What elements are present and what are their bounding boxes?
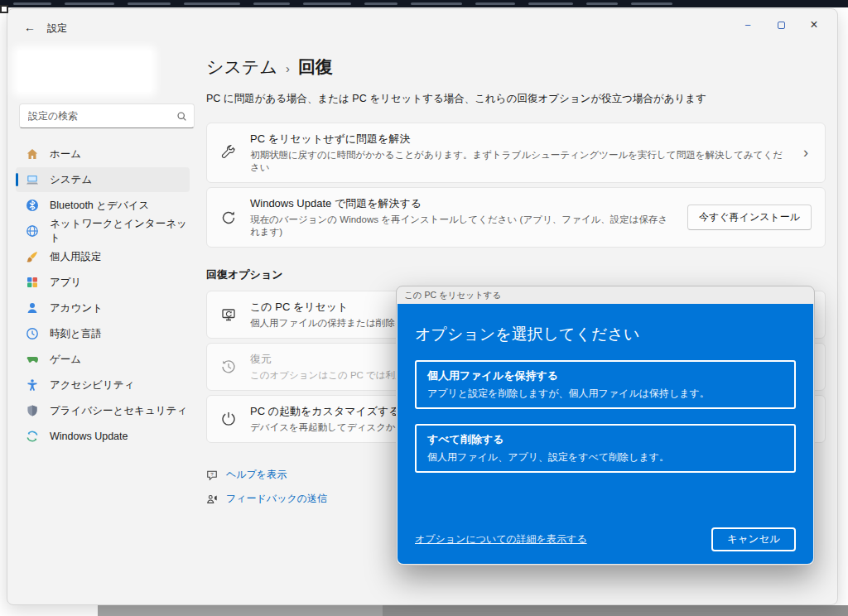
- game-controller-icon: [26, 353, 39, 366]
- top-strip-smudge: [528, 2, 573, 5]
- sidebar-item-label: ゲーム: [50, 353, 81, 367]
- windows-update-icon: [26, 430, 39, 443]
- svg-text:?: ?: [210, 471, 214, 477]
- dialog-footer: オプションについての詳細を表示する キャンセル: [415, 527, 796, 551]
- app-title: 設定: [47, 22, 67, 36]
- option-subtitle: 個人用ファイル、アプリ、設定をすべて削除します。: [427, 450, 783, 464]
- breadcrumb-separator: ›: [286, 61, 290, 75]
- sidebar-item-network-internet[interactable]: ネットワークとインターネット: [16, 219, 190, 243]
- sidebar-item-label: プライバシーとセキュリティ: [50, 404, 187, 418]
- sidebar-item-privacy-security[interactable]: プライバシーとセキュリティ: [16, 398, 190, 423]
- top-cards: PC をリセットせずに問題を解決 初期状態に戻すのに時間がかかることがあります。…: [206, 123, 826, 248]
- card-fix-without-reset[interactable]: PC をリセットせずに問題を解決 初期状態に戻すのに時間がかかることがあります。…: [206, 123, 826, 183]
- sidebar-nav: ホーム システム Bluetooth とデバイス ネットワークとインターネット: [16, 142, 205, 449]
- top-strip-smudge: [253, 2, 290, 5]
- sidebar-item-time-language[interactable]: 時刻と言語: [16, 321, 190, 346]
- sidebar-item-windows-update[interactable]: Windows Update: [16, 424, 190, 449]
- sidebar-item-gaming[interactable]: ゲーム: [16, 347, 190, 372]
- sidebar-item-bluetooth-devices[interactable]: Bluetooth とデバイス: [16, 193, 190, 218]
- dialog-titlebar: この PC をリセットする: [397, 286, 814, 304]
- breadcrumb-system[interactable]: システム: [206, 55, 277, 79]
- search-input[interactable]: [20, 104, 169, 128]
- system-icon: [26, 173, 39, 186]
- link-label: ヘルプを表示: [226, 468, 287, 482]
- sidebar-item-label: アクセシビリティ: [50, 378, 134, 392]
- option-remove-everything[interactable]: すべて削除する 個人用ファイル、アプリ、設定をすべて削除します。: [415, 424, 796, 473]
- card-fix-with-windows-update: Windows Update で問題を解決する 現在のバージョンの Window…: [206, 187, 826, 248]
- card-subtitle: 現在のバージョンの Windows を再インストールしてください (アプリ、ファ…: [250, 214, 674, 238]
- sidebar-item-accounts[interactable]: アカウント: [16, 296, 190, 320]
- help-icon: ?: [206, 469, 218, 481]
- sidebar-item-label: ホーム: [50, 147, 81, 161]
- reset-pc-icon: [220, 306, 237, 323]
- settings-search: [19, 103, 195, 128]
- network-globe-icon: [26, 224, 39, 238]
- close-button[interactable]: ×: [797, 13, 831, 36]
- section-header-recovery-options: 回復オプション: [206, 267, 832, 282]
- maximize-button[interactable]: [764, 13, 797, 36]
- wrench-icon: [220, 145, 237, 161]
- apps-grid-icon: [26, 276, 39, 289]
- sidebar-item-apps[interactable]: アプリ: [16, 270, 190, 295]
- clock-icon: [26, 327, 39, 340]
- maximize-icon: [778, 22, 785, 29]
- top-strip-smudge: [65, 2, 114, 5]
- sidebar-item-label: Bluetooth とデバイス: [50, 199, 149, 213]
- top-strip-smudge: [631, 2, 672, 5]
- page-title: 回復: [298, 55, 333, 79]
- card-title: PC をリセットせずに問題を解決: [250, 132, 790, 147]
- sidebar-item-label: ネットワークとインターネット: [50, 217, 190, 245]
- option-keep-my-files[interactable]: 個人用ファイルを保持する アプリと設定を削除しますが、個人用ファイルは保持します…: [415, 360, 796, 409]
- card-subtitle: 初期状態に戻すのに時間がかかることがあります。まずトラブルシューティングツールを…: [250, 149, 790, 174]
- cancel-button[interactable]: キャンセル: [711, 527, 796, 551]
- history-clock-icon: [220, 359, 237, 375]
- top-strip-smudge: [128, 2, 171, 5]
- sidebar: ホーム システム Bluetooth とデバイス ネットワークとインターネット: [16, 51, 205, 450]
- card-title: Windows Update で問題を解決する: [250, 196, 674, 211]
- reinstall-now-button[interactable]: 今すぐ再インストール: [687, 205, 812, 230]
- window-controls: − ×: [731, 13, 831, 36]
- dialog-body: オプションを選択してください 個人用ファイルを保持する アプリと設定を削除します…: [398, 304, 813, 564]
- top-strip-smudge: [411, 2, 462, 5]
- show-help-link[interactable]: ? ヘルプを表示: [206, 468, 287, 482]
- user-profile-blurred[interactable]: [17, 51, 152, 92]
- back-button[interactable]: ←: [19, 17, 41, 37]
- shield-icon: [26, 404, 39, 417]
- option-title: すべて削除する: [427, 432, 783, 447]
- breadcrumb: システム › 回復: [206, 55, 832, 79]
- send-feedback-link[interactable]: フィードバックの送信: [206, 492, 327, 506]
- sidebar-item-accessibility[interactable]: アクセシビリティ: [16, 373, 190, 397]
- top-strip-smudge: [184, 2, 240, 5]
- taskbar-strip: [98, 605, 848, 616]
- sidebar-item-label: アプリ: [50, 276, 81, 290]
- top-strip-smudge: [364, 2, 398, 5]
- sidebar-item-system[interactable]: システム: [16, 167, 190, 192]
- sidebar-item-label: 個人用設定: [50, 250, 102, 264]
- sidebar-item-label: 時刻と言語: [50, 327, 102, 341]
- feedback-icon: [206, 493, 218, 505]
- top-strip-smudge: [303, 2, 351, 5]
- sidebar-item-label: システム: [50, 173, 92, 187]
- option-details-link[interactable]: オプションについての詳細を表示する: [415, 532, 587, 546]
- sidebar-item-personalization[interactable]: 個人用設定: [16, 244, 190, 269]
- link-label: フィードバックの送信: [226, 492, 327, 506]
- bluetooth-icon: [26, 199, 39, 212]
- person-icon: [26, 301, 39, 315]
- reset-pc-dialog: この PC をリセットする オプションを選択してください 個人用ファイルを保持す…: [396, 286, 815, 565]
- sidebar-item-label: アカウント: [50, 301, 103, 315]
- option-subtitle: アプリと設定を削除しますが、個人用ファイルは保持します。: [427, 387, 783, 401]
- sidebar-item-home[interactable]: ホーム: [16, 142, 190, 166]
- minimize-button[interactable]: −: [731, 13, 764, 36]
- refresh-icon: [220, 209, 237, 226]
- sidebar-item-label: Windows Update: [50, 431, 128, 442]
- top-strip-smudge: [475, 2, 515, 5]
- page-description: PC に問題がある場合、または PC をリセットする場合、これらの回復オプション…: [206, 92, 832, 106]
- power-icon: [220, 411, 237, 427]
- top-strip-smudge: [586, 2, 618, 5]
- dialog-heading: オプションを選択してください: [415, 324, 796, 345]
- top-strip-smudge: [13, 2, 51, 5]
- window-edge-icon: [0, 5, 8, 13]
- chevron-right-icon: ›: [803, 144, 812, 161]
- accessibility-person-icon: [26, 378, 39, 392]
- option-title: 個人用ファイルを保持する: [427, 368, 783, 383]
